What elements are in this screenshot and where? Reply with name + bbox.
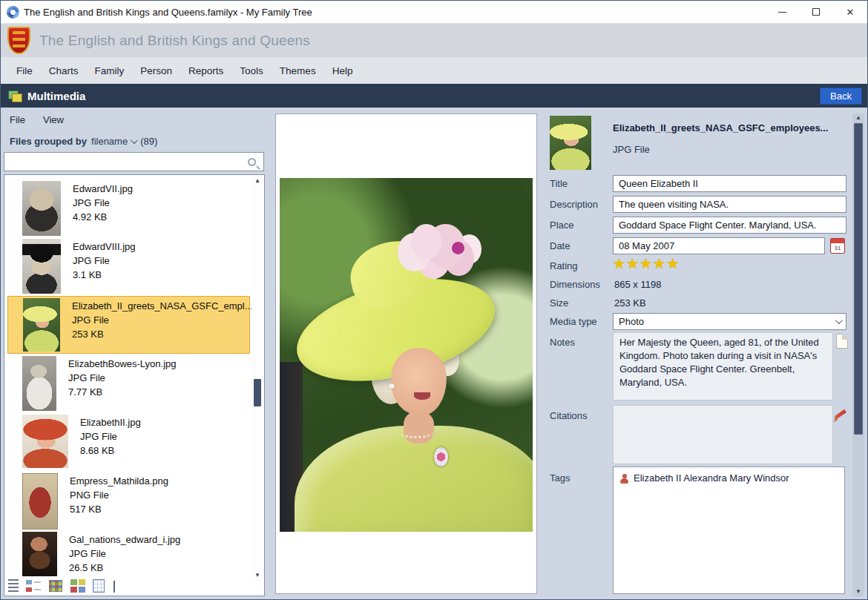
file-type: JPG File [73,197,110,208]
file-thumbnail-elizabethii [22,415,68,468]
file-type: PNG File [70,489,109,501]
photo-earring [389,383,395,389]
date-field[interactable] [613,237,825,254]
file-type: JPG File [68,372,105,383]
file-size: 7.77 KB [68,386,102,398]
file-size: 26.5 KB [69,562,103,573]
multimedia-icon [8,90,22,101]
minimize-icon [778,12,786,13]
file-size: 517 KB [70,504,102,515]
maximize-button[interactable] [799,1,833,23]
close-button[interactable]: ✕ [833,1,867,23]
photo-face [391,348,447,415]
tag-value: Elizabeth II Alexandra Mary Windsor [634,472,789,484]
tags-label: Tags [550,472,570,484]
citations-label: Citations [550,410,588,421]
person-tag-icon [620,474,628,484]
date-label: Date [550,240,570,251]
notes-field[interactable]: Her Majesty the Queen, aged 81, of the U… [613,332,833,400]
description-field[interactable] [613,196,846,213]
file-thumbnail-gal-nations [22,532,57,576]
file-size: 3.1 KB [73,269,102,280]
minimize-button[interactable] [765,1,799,23]
media-type-select[interactable]: Photo [613,313,846,330]
preview-panel [275,113,537,594]
tree-title: The English and British Kings and Queens [39,33,310,49]
file-size: 8.68 KB [80,445,114,456]
chevron-down-icon [131,136,138,144]
file-type: JPG File [69,548,106,559]
dimensions-label: Dimensions [550,279,600,290]
left-menu-file[interactable]: File [10,114,25,125]
table-view-icon[interactable] [93,579,105,593]
list-scrollbar[interactable]: ▲ ▼ [251,176,263,581]
menu-family[interactable]: Family [87,59,133,82]
scrollbar-thumb[interactable] [254,379,261,406]
list-item[interactable]: ElizabethBowes-Lyon.jpg JPG File 7.77 KB [7,355,250,412]
menu-charts[interactable]: Charts [41,59,87,82]
menu-themes[interactable]: Themes [272,59,324,82]
place-field[interactable] [613,217,846,234]
scrollbar-thumb[interactable] [854,123,863,435]
description-label: Description [550,199,598,210]
main-menubar: File Charts Family Person Reports Tools … [1,57,867,84]
chevron-down-icon [835,317,843,324]
file-type: JPG File [73,255,110,266]
tags-field[interactable]: Elizabeth II Alexandra Mary Windsor [613,467,845,594]
group-by-row: Files grouped by filename (89) [10,136,157,147]
file-thumbnail-elizabeth-nasa [23,298,60,352]
file-count: (89) [140,136,157,147]
file-name: Gal_nations_edward_i.jpg [69,534,180,545]
selected-file-name: Elizabeth_II_greets_NASA_GSFC_employees.… [613,122,828,133]
photo-queen-elizabeth[interactable] [280,178,533,532]
view-cursor-bar [114,581,115,593]
list-item-selected[interactable]: Elizabeth_II_greets_NASA_GSFC_empl... JP… [7,296,250,354]
left-menu-view[interactable]: View [43,114,64,125]
details-scrollbar[interactable]: ▲ ▼ [852,113,864,596]
list-item[interactable]: ElizabethII.jpg JPG File 8.68 KB [7,413,250,471]
search-icon[interactable] [248,158,256,166]
details-panel: Elizabeth_II_greets_NASA_GSFC_employees.… [546,108,852,600]
menu-tools[interactable]: Tools [231,59,272,82]
list-item[interactable]: Empress_Mathilda.png PNG File 517 KB [7,472,250,530]
rating-label: Rating [550,260,578,271]
search-input[interactable] [4,153,248,171]
menu-file[interactable]: File [8,59,41,82]
open-notes-icon[interactable] [836,334,848,349]
menu-person[interactable]: Person [132,59,180,82]
dimensions-value: 865 x 1198 [614,279,661,290]
file-name: Empress_Mathilda.png [70,475,168,487]
file-name: EdwardVIII.jpg [73,241,136,252]
media-type-label: Media type [550,316,597,327]
group-by-dropdown[interactable]: filename [91,136,136,147]
list-item[interactable]: EdwardVII.jpg JPG File 4.92 KB [7,179,250,237]
scroll-up-icon[interactable]: ▲ [852,113,864,122]
list-view-icon[interactable] [26,579,41,593]
rating-stars[interactable]: ★★★★★ [613,255,680,272]
scroll-down-icon[interactable]: ▼ [852,587,864,596]
edit-citations-icon[interactable] [832,406,849,421]
title-field[interactable] [613,175,846,192]
size-label: Size [550,297,568,309]
file-name: Elizabeth_II_greets_NASA_GSFC_empl... [72,300,253,311]
large-thumbnails-view-icon[interactable] [70,579,85,593]
scroll-up-icon[interactable]: ▲ [251,176,263,186]
app-window: The English and British Kings and Queens… [0,0,868,600]
photo-flower-center [452,242,464,254]
back-button[interactable]: Back [820,88,862,105]
details-view-icon[interactable] [8,579,19,593]
menu-reports[interactable]: Reports [180,59,231,82]
file-type: JPG File [72,314,109,326]
file-type: JPG File [80,431,117,442]
multimedia-toolbar: Multimedia Back [1,84,867,108]
menu-help[interactable]: Help [324,59,361,82]
file-thumbnail-bowes-lyon [22,356,56,411]
scroll-down-icon[interactable]: ▼ [251,570,263,581]
photo-necklace [398,424,434,438]
file-list: EdwardVII.jpg JPG File 4.92 KB EdwardVII… [4,174,265,596]
close-icon: ✕ [846,7,855,18]
calendar-icon[interactable]: 31 [830,238,845,254]
small-thumbnails-view-icon[interactable] [48,579,63,593]
list-item[interactable]: EdwardVIII.jpg JPG File 3.1 KB [7,237,250,295]
citations-field[interactable] [613,405,833,464]
